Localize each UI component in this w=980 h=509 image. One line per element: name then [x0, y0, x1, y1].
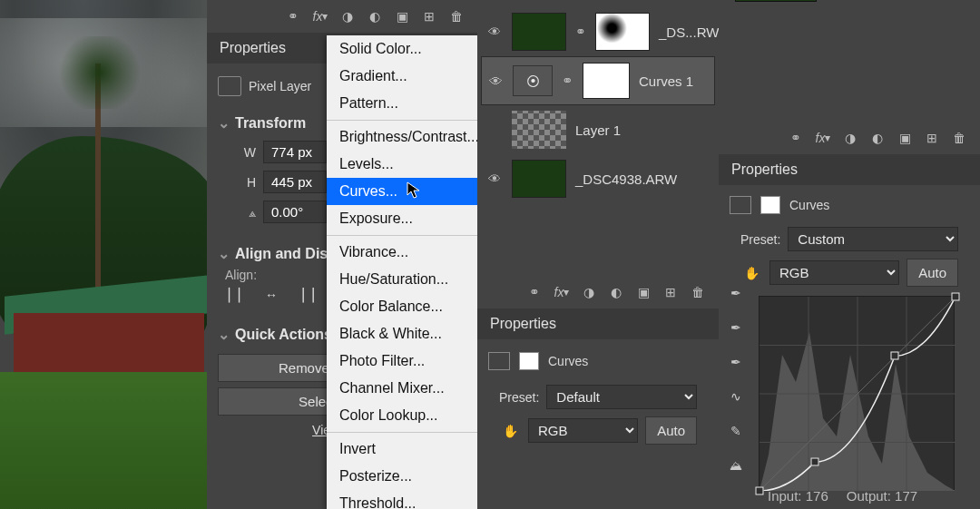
layer-row[interactable]: Layer 1: [481, 105, 715, 154]
adjustment-menu-item[interactable]: Solid Color...: [327, 35, 477, 63]
mask-thumb-icon[interactable]: [760, 196, 780, 214]
adjustment-menu-item[interactable]: Gradient...: [327, 63, 477, 90]
mask-icon[interactable]: ◑: [339, 8, 356, 24]
layer-mask-thumb[interactable]: [595, 13, 650, 51]
layer-thumb: [512, 160, 566, 198]
input-value: 176: [806, 488, 828, 504]
layer-name[interactable]: Curves 1: [639, 73, 693, 89]
adjustment-menu-item[interactable]: Hue/Saturation...: [327, 266, 477, 293]
folder-icon[interactable]: ▣: [635, 284, 652, 300]
eyedropper-black-icon[interactable]: ✒: [726, 283, 746, 303]
width-label: W: [238, 145, 256, 160]
preset-select[interactable]: Custom: [788, 227, 958, 251]
layer-name[interactable]: _DS...RW: [659, 24, 719, 40]
layer-row[interactable]: 👁⚭_DS...RW: [481, 7, 715, 56]
eyedropper-white-icon[interactable]: ✒: [726, 352, 746, 372]
adjustment-menu-item[interactable]: Color Balance...: [327, 293, 477, 320]
visibility-eye-icon[interactable]: 👁: [487, 73, 504, 89]
mask-icon[interactable]: ◑: [581, 284, 597, 300]
width-input[interactable]: 774 px: [263, 141, 327, 163]
draw-curve-icon[interactable]: ✎: [726, 421, 746, 441]
height-input[interactable]: 445 px: [263, 171, 327, 193]
align-center-icon[interactable]: ↔: [265, 288, 278, 302]
align-left-icon[interactable]: ▏▏: [229, 288, 249, 302]
adjustment-menu-item[interactable]: Invert: [327, 436, 477, 463]
layers-sliver: [719, 0, 980, 122]
link-icon[interactable]: ⚭: [526, 284, 543, 300]
adjustment-menu-item[interactable]: Pattern...: [327, 90, 477, 117]
curves-graph[interactable]: [759, 296, 955, 490]
properties-tab[interactable]: Properties: [719, 154, 980, 185]
adjustment-menu-item[interactable]: Color Lookup...: [327, 402, 477, 429]
auto-button[interactable]: Auto: [645, 416, 697, 445]
link-icon[interactable]: ⚭: [285, 8, 301, 24]
curve-control-point[interactable]: [891, 352, 899, 360]
new-layer-icon[interactable]: ⊞: [421, 8, 437, 24]
hand-target-icon[interactable]: ✋: [740, 266, 762, 280]
curve-control-point[interactable]: [952, 293, 960, 301]
trash-icon[interactable]: 🗑: [448, 8, 465, 24]
image-canvas[interactable]: [0, 0, 207, 509]
layer-bottom-toolbar-2: ⚭ fx▾ ◑ ◐ ▣ ⊞ 🗑: [477, 276, 719, 308]
new-layer-icon[interactable]: ⊞: [924, 130, 940, 146]
link-mask-icon[interactable]: ⚭: [562, 73, 573, 89]
adjustment-layer-icon[interactable]: ◐: [608, 284, 624, 300]
adjustment-menu-item[interactable]: Photo Filter...: [327, 347, 477, 375]
adjustment-menu-item[interactable]: Curves...: [327, 178, 477, 205]
curves-label: Curves: [548, 354, 588, 368]
fx-icon[interactable]: fx▾: [815, 130, 831, 146]
mask-icon[interactable]: ◑: [842, 130, 858, 146]
eyedropper-grey-icon[interactable]: ✒: [726, 318, 746, 338]
adjustment-layer-icon[interactable]: ◐: [869, 130, 886, 146]
adjustment-menu-item[interactable]: Exposure...: [327, 205, 477, 232]
layer-thumb: [512, 111, 566, 149]
adjustment-thumb: ⦿: [513, 65, 553, 96]
properties-tab[interactable]: Properties: [477, 308, 719, 339]
curve-control-point[interactable]: [810, 458, 818, 466]
chevron-down-icon[interactable]: ⌄: [218, 327, 230, 342]
mask-thumb-icon[interactable]: [519, 352, 539, 370]
chevron-down-icon[interactable]: ⌄: [218, 246, 230, 261]
layer-name[interactable]: Layer 1: [575, 122, 621, 138]
adjustment-menu-item[interactable]: Threshold...: [327, 490, 477, 509]
fx-icon[interactable]: fx▾: [554, 284, 570, 300]
link-icon[interactable]: ⚭: [788, 130, 804, 146]
fx-icon[interactable]: fx▾: [312, 8, 328, 24]
link-mask-icon[interactable]: ⚭: [575, 24, 586, 39]
folder-icon[interactable]: ▣: [897, 130, 913, 146]
adjustment-layer-icon[interactable]: ◐: [367, 8, 383, 24]
trash-icon[interactable]: 🗑: [690, 284, 706, 300]
hand-target-icon[interactable]: ✋: [499, 424, 521, 438]
curves-tool-column: ✒ ✒ ✒ ∿ ✎ ⛰: [726, 283, 746, 475]
layer-bottom-toolbar-3: ⚭ fx▾ ◑ ◐ ▣ ⊞ 🗑: [719, 122, 980, 154]
layer-thumb: [512, 13, 566, 51]
edit-points-icon[interactable]: ∿: [726, 387, 746, 406]
chevron-down-icon[interactable]: ⌄: [218, 115, 230, 131]
layer-mask-thumb[interactable]: [583, 63, 630, 99]
adjustment-menu-item[interactable]: Brightness/Contrast...: [327, 123, 477, 151]
adjustment-menu-item[interactable]: Vibrance...: [327, 239, 477, 266]
adjustment-menu-item[interactable]: Posterize...: [327, 463, 477, 490]
channel-select[interactable]: RGB: [769, 260, 899, 285]
smooth-icon[interactable]: ⛰: [726, 455, 746, 475]
visibility-eye-icon[interactable]: 👁: [486, 171, 503, 186]
adjustment-menu-item[interactable]: Levels...: [327, 151, 477, 178]
channel-select[interactable]: RGB: [528, 418, 638, 443]
visibility-eye-icon[interactable]: 👁: [486, 24, 503, 39]
layer-row[interactable]: 👁⦿⚭Curves 1: [481, 56, 715, 105]
layer-row[interactable]: 👁_DSC4938.ARW: [481, 154, 715, 203]
align-right-icon[interactable]: ▕▕: [294, 288, 314, 302]
layer-name[interactable]: _DSC4938.ARW: [575, 171, 677, 187]
curve-control-point[interactable]: [756, 487, 764, 495]
adjustment-menu-item[interactable]: Channel Mixer...: [327, 375, 477, 402]
adjustment-menu-item[interactable]: Black & White...: [327, 320, 477, 347]
rotation-input[interactable]: 0.00°: [263, 201, 327, 223]
new-layer-icon[interactable]: ⊞: [662, 284, 679, 300]
output-value: 177: [895, 488, 917, 504]
trash-icon[interactable]: 🗑: [951, 130, 967, 146]
auto-button[interactable]: Auto: [906, 259, 958, 287]
rotation-icon: ⟁: [238, 205, 256, 220]
preset-select[interactable]: Default: [546, 385, 697, 409]
canvas-photo: [0, 0, 207, 509]
folder-icon[interactable]: ▣: [394, 8, 410, 24]
